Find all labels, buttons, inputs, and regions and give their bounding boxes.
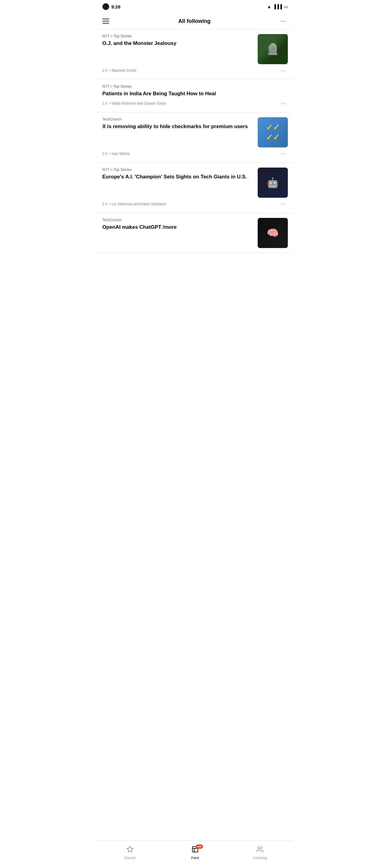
article-text: NYT > Top Stories Europe's A.I. 'Champio… [102,167,254,180]
article-meta: 2 h. • Ivan Mehta ⋯ [102,150,288,158]
top-navigation: All following ⋯ [98,13,293,29]
article-meta: 1 h. • Vidya Krishnan and Gayatri Ganju … [102,99,288,107]
article-content: NYT > Top Stories Patients in India Are … [102,84,288,97]
article-title: Europe's A.I. 'Champion' Sets Sights on … [102,174,254,180]
article-thumbnail [258,167,288,198]
article-more-button[interactable]: ⋯ [279,150,288,158]
status-icons: ▲ ▐▐▐ ▭ [267,4,288,9]
article-thumbnail [258,218,288,248]
article-source: NYT > Top Stories [102,167,254,172]
more-options-button[interactable]: ⋯ [279,17,288,25]
thumbnail-image [258,34,288,64]
article-card[interactable]: NYT > Top Stories O.J. and the Monster J… [98,29,293,80]
article-meta: 1 h. • Maureen Dowd ⋯ [102,67,288,74]
article-feed: NYT > Top Stories O.J. and the Monster J… [98,29,293,277]
battery-icon: ▭ [284,4,288,9]
article-source: TechCrunch [102,117,254,121]
thumbnail-image [258,117,288,147]
page-title: All following [178,18,211,24]
article-text: TechCrunch OpenAI makes ChatGPT /more [102,218,254,230]
article-content: NYT > Top Stories O.J. and the Monster J… [102,34,288,64]
hamburger-line-3 [102,23,109,24]
article-text: TechCrunch X is removing ability to hide… [102,117,254,130]
article-thumbnail [258,34,288,64]
article-card[interactable]: TechCrunch X is removing ability to hide… [98,113,293,163]
article-content: NYT > Top Stories Europe's A.I. 'Champio… [102,167,288,198]
article-byline: 2 h. • Liz Alderman and Adam Satariano [102,202,167,206]
article-card[interactable]: NYT > Top Stories Europe's A.I. 'Champio… [98,163,293,213]
article-text: NYT > Top Stories O.J. and the Monster J… [102,34,254,47]
article-byline: 2 h. • Ivan Mehta [102,152,129,156]
hamburger-line-2 [102,21,109,22]
article-source: TechCrunch [102,218,254,222]
article-thumbnail [258,117,288,147]
article-content: TechCrunch OpenAI makes ChatGPT /more [102,218,288,248]
article-byline: 1 h. • Maureen Dowd [102,68,136,73]
article-content: TechCrunch X is removing ability to hide… [102,117,288,147]
article-more-button[interactable]: ⋯ [279,99,288,107]
article-source: NYT > Top Stories [102,34,254,38]
article-title: OpenAI makes ChatGPT /more [102,224,254,230]
article-source: NYT > Top Stories [102,84,288,89]
article-more-button[interactable]: ⋯ [279,67,288,74]
article-list: NYT > Top Stories O.J. and the Monster J… [98,29,293,253]
status-bar: 9:28 ▲ ▐▐▐ ▭ [98,0,293,13]
hamburger-line-1 [102,19,109,19]
article-title: Patients in India Are Being Taught How t… [102,90,288,97]
signal-icon: ▐▐▐ [273,4,282,9]
status-indicator [102,3,109,10]
article-meta: 2 h. • Liz Alderman and Adam Satariano ⋯ [102,200,288,208]
wifi-icon: ▲ [267,4,271,9]
article-title: O.J. and the Monster Jealousy [102,40,254,47]
article-more-button[interactable]: ⋯ [279,200,288,208]
article-card[interactable]: NYT > Top Stories Patients in India Are … [98,80,293,113]
article-title: X is removing ability to hide checkmarks… [102,123,254,130]
article-card[interactable]: TechCrunch OpenAI makes ChatGPT /more [98,213,293,253]
hamburger-menu-button[interactable] [102,18,110,25]
status-time: 9:28 [112,4,121,9]
article-byline: 1 h. • Vidya Krishnan and Gayatri Ganju [102,101,167,105]
thumbnail-image [258,167,288,198]
thumbnail-image [258,218,288,248]
article-text: NYT > Top Stories Patients in India Are … [102,84,288,97]
